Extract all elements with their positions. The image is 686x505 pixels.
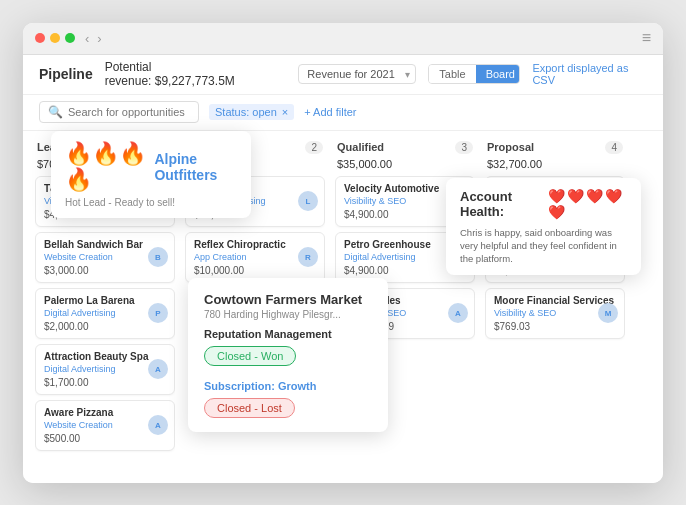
column-proposal-total: $32,700.00 — [485, 158, 625, 170]
avatar: A — [448, 303, 468, 323]
avatar: R — [298, 247, 318, 267]
back-button[interactable]: ‹ — [85, 31, 89, 46]
minimize-dot[interactable] — [50, 33, 60, 43]
avatar: A — [148, 359, 168, 379]
column-proposal-title: Proposal — [487, 141, 534, 153]
popup-section2-label: Subscription: Growth — [204, 380, 372, 392]
filter-tag-close[interactable]: × — [282, 106, 288, 118]
board-view-button[interactable]: Board — [476, 65, 521, 83]
tooltip-alpine-header: 🔥🔥🔥🔥 Alpine Outfitters — [65, 141, 237, 193]
popup-address: 780 Harding Highway Pilesgr... — [204, 309, 372, 320]
column-qualified-total: $35,000.00 — [335, 158, 475, 170]
browser-nav: ‹ › — [85, 31, 102, 46]
browser-window: ‹ › ≡ Pipeline Potential revenue: $9,227… — [23, 23, 663, 483]
heart-icons: ❤️❤️❤️❤️❤️ — [548, 188, 627, 220]
avatar: A — [148, 415, 168, 435]
browser-menu-icon[interactable]: ≡ — [642, 29, 651, 47]
column-qualified-count: 3 — [455, 141, 473, 154]
health-title: Account Health: ❤️❤️❤️❤️❤️ — [460, 188, 627, 220]
column-qualified-title: Qualified — [337, 141, 384, 153]
table-row[interactable]: Reflex Chiropractic App Creation $10,000… — [185, 232, 325, 283]
avatar: B — [148, 247, 168, 267]
table-row[interactable]: Aware Pizzana Website Creation $500.00 A — [35, 400, 175, 451]
maximize-dot[interactable] — [65, 33, 75, 43]
toolbar: Pipeline Potential revenue: $9,227,773.5… — [23, 55, 663, 95]
period-select[interactable]: Revenue for 2021 — [298, 64, 416, 84]
period-selector[interactable]: Revenue for 2021 — [298, 64, 416, 84]
column-contact-count: 2 — [305, 141, 323, 154]
export-csv-link[interactable]: Export displayed as CSV — [532, 62, 647, 86]
table-view-button[interactable]: Table — [429, 65, 475, 83]
search-box: 🔍 — [39, 101, 199, 123]
table-row[interactable]: Attraction Beauty Spa Digital Advertisin… — [35, 344, 175, 395]
browser-chrome: ‹ › ≡ — [23, 23, 663, 55]
search-icon: 🔍 — [48, 105, 63, 119]
column-proposal-header: Proposal 4 — [485, 141, 625, 154]
tooltip-account-health: Account Health: ❤️❤️❤️❤️❤️ Chris is happ… — [446, 178, 641, 276]
column-proposal-count: 4 — [605, 141, 623, 154]
avatar: M — [598, 303, 618, 323]
avatar: P — [148, 303, 168, 323]
avatar: L — [298, 191, 318, 211]
badge-closed-lost: Closed - Lost — [204, 398, 295, 418]
popup-section1-label: Reputation Management — [204, 328, 372, 340]
tooltip-alpine: 🔥🔥🔥🔥 Alpine Outfitters Hot Lead - Ready … — [51, 131, 251, 218]
add-filter-button[interactable]: Add filter — [304, 106, 356, 118]
view-toggle: Table Board — [428, 64, 520, 84]
filter-bar: 🔍 Status: open × Add filter — [23, 95, 663, 131]
fire-icon: 🔥🔥🔥🔥 — [65, 141, 146, 193]
popup-cowtown: Cowtown Farmers Market 780 Harding Highw… — [188, 278, 388, 432]
tooltip-alpine-name: Alpine Outfitters — [154, 151, 237, 183]
column-lead-cards: T&I M. Barbershop Visibility & SEO $4,90… — [35, 176, 175, 473]
tooltip-alpine-subtitle: Hot Lead - Ready to sell! — [65, 197, 237, 208]
browser-dots — [35, 33, 75, 43]
forward-button[interactable]: › — [97, 31, 101, 46]
search-input[interactable] — [68, 106, 190, 118]
table-row[interactable]: Bellah Sandwich Bar Website Creation $3,… — [35, 232, 175, 283]
revenue-label: Potential revenue: $9,227,773.5M — [105, 60, 275, 88]
filter-tag-status: Status: open × — [209, 104, 294, 120]
table-row[interactable]: Palermo La Barena Digital Advertising $2… — [35, 288, 175, 339]
page-title: Pipeline — [39, 66, 93, 82]
health-description: Chris is happy, said onboarding was very… — [460, 226, 627, 266]
badge-closed-won: Closed - Won — [204, 346, 296, 366]
popup-company-name: Cowtown Farmers Market — [204, 292, 372, 307]
close-dot[interactable] — [35, 33, 45, 43]
column-qualified-header: Qualified 3 — [335, 141, 475, 154]
table-row[interactable]: Moore Financial Services Visibility & SE… — [485, 288, 625, 339]
